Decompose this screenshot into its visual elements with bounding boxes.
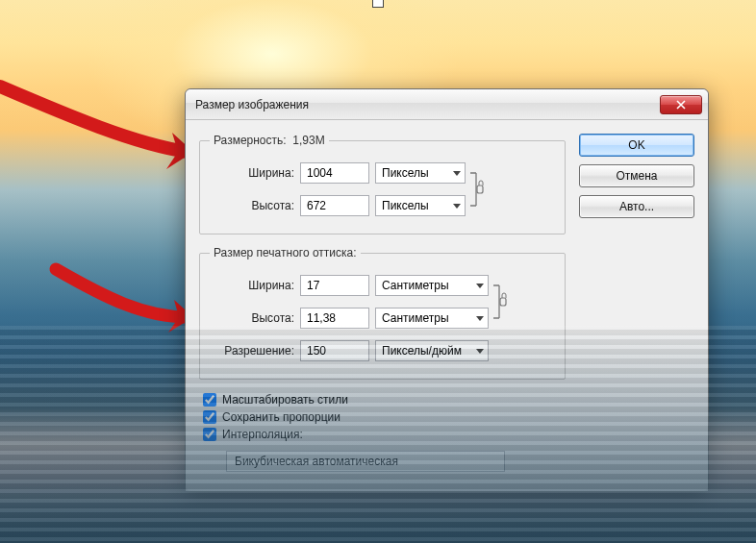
constrain-proportions-checkbox[interactable] [203,410,216,424]
auto-button[interactable]: Авто... [579,195,694,218]
svg-rect-1 [500,298,506,306]
dialog-title: Размер изображения [195,98,660,111]
print-dimensions-legend: Размер печатного оттиска: [210,246,361,259]
image-size-dialog: Размер изображения Размерность: 1,93M Ши… [185,88,709,492]
constrain-proportions-label: Сохранить пропорции [222,410,340,424]
chevron-down-icon [476,349,484,354]
close-button[interactable] [660,95,702,114]
pixel-height-label: Высота: [210,199,294,212]
print-height-unit-select[interactable]: Сантиметры [375,308,489,329]
print-dimensions-group: Размер печатного оттиска: Ширина: Сантим… [199,246,566,380]
print-height-input[interactable] [300,308,369,329]
chevron-down-icon [453,204,461,209]
cancel-button[interactable]: Отмена [579,164,694,187]
options-group: Масштабировать стили Сохранить пропорции… [199,391,566,476]
pixel-width-unit-select[interactable]: Пикселы [375,162,466,184]
chevron-down-icon [476,316,484,321]
interpolation-select[interactable]: Бикубическая автоматическая [226,451,505,472]
pixel-dimensions-group: Размерность: 1,93M Ширина: Пикселы [199,134,566,234]
pixel-width-label: Ширина: [210,166,294,180]
pixel-height-unit-select[interactable]: Пикселы [375,195,466,216]
resolution-unit-select[interactable]: Пикселы/дюйм [375,340,489,361]
print-height-label: Высота: [210,311,294,325]
print-width-unit-select[interactable]: Сантиметры [375,275,489,296]
resample-checkbox-row[interactable]: Интерполяция: [203,428,566,441]
pixel-dimensions-legend: Размерность: 1,93M [210,134,329,147]
annotation-arrow-top [0,77,212,185]
resample-label: Интерполяция: [222,428,303,441]
file-size-readout: 1,93M [292,134,324,147]
constrain-proportions-checkbox-row[interactable]: Сохранить пропорции [203,410,566,424]
svg-rect-0 [477,185,483,193]
scale-styles-checkbox[interactable] [203,393,216,407]
print-width-input[interactable] [300,275,369,296]
pixel-height-input[interactable] [300,195,369,216]
scale-styles-label: Масштабировать стили [222,393,348,407]
resolution-label: Разрешение: [210,344,294,358]
background-photo: Размер изображения Размерность: 1,93M Ши… [0,0,756,543]
resample-checkbox[interactable] [203,428,216,441]
close-icon [676,100,686,110]
print-width-label: Ширина: [210,279,294,292]
chevron-down-icon [453,171,461,176]
ok-button[interactable]: OK [579,134,694,157]
scale-styles-checkbox-row[interactable]: Масштабировать стили [203,393,566,407]
titlebar[interactable]: Размер изображения [186,89,708,120]
pixel-width-input[interactable] [300,162,369,184]
resolution-input[interactable] [300,340,369,361]
constrain-link-icon [489,281,510,323]
chevron-down-icon [476,284,484,288]
constrain-link-icon [466,168,487,210]
